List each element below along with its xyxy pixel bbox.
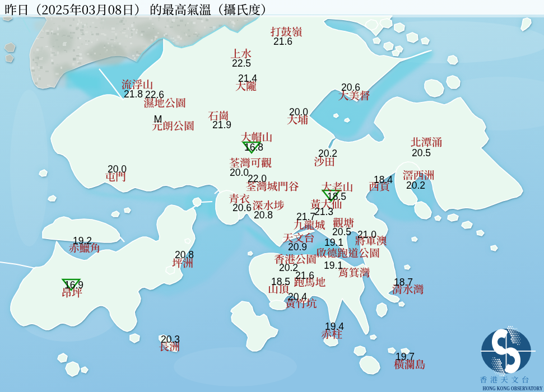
svg-text:M: M xyxy=(154,114,162,125)
svg-text:18.4: 18.4 xyxy=(374,174,393,185)
svg-text:21.9: 21.9 xyxy=(212,119,231,130)
svg-text:HONG KONG OBSERVATORY: HONG KONG OBSERVATORY xyxy=(483,385,543,391)
svg-text:19.4: 19.4 xyxy=(325,321,344,332)
svg-text:16.8: 16.8 xyxy=(244,142,263,153)
svg-text:20.0: 20.0 xyxy=(230,167,249,178)
svg-text:21.3: 21.3 xyxy=(314,206,333,217)
svg-text:19.7: 19.7 xyxy=(396,351,415,362)
svg-text:20.2: 20.2 xyxy=(318,148,337,159)
svg-text:19.1: 19.1 xyxy=(324,237,343,248)
svg-text:16.9: 16.9 xyxy=(64,279,83,291)
svg-text:18.5: 18.5 xyxy=(327,191,346,202)
svg-text:21.6: 21.6 xyxy=(295,270,314,281)
svg-text:19.2: 19.2 xyxy=(73,235,92,246)
svg-text:20.4: 20.4 xyxy=(288,291,307,302)
svg-text:21.0: 21.0 xyxy=(357,229,376,240)
svg-text:21.7: 21.7 xyxy=(296,211,315,222)
svg-text:18.5: 18.5 xyxy=(271,276,290,287)
svg-text:22.6: 22.6 xyxy=(145,89,164,100)
svg-text:22.0: 22.0 xyxy=(248,173,267,184)
svg-text:20.6: 20.6 xyxy=(341,82,360,93)
svg-text:20.6: 20.6 xyxy=(233,202,252,213)
svg-text:20.0: 20.0 xyxy=(108,164,127,175)
svg-text:21.4: 21.4 xyxy=(238,73,257,84)
svg-text:20.0: 20.0 xyxy=(289,106,308,118)
svg-text:20.5: 20.5 xyxy=(412,147,431,158)
svg-text:20.2: 20.2 xyxy=(406,180,425,191)
svg-text:18.7: 18.7 xyxy=(394,277,413,288)
svg-text:21.8: 21.8 xyxy=(124,88,143,100)
svg-text:20.8: 20.8 xyxy=(254,209,273,221)
svg-text:20.3: 20.3 xyxy=(161,334,180,345)
svg-text:21.6: 21.6 xyxy=(273,36,292,47)
svg-text:19.1: 19.1 xyxy=(324,260,343,271)
svg-text:22.5: 22.5 xyxy=(232,58,251,69)
svg-text:20.5: 20.5 xyxy=(332,226,351,237)
svg-text:20.9: 20.9 xyxy=(288,241,307,253)
svg-text:20.8: 20.8 xyxy=(175,249,194,260)
